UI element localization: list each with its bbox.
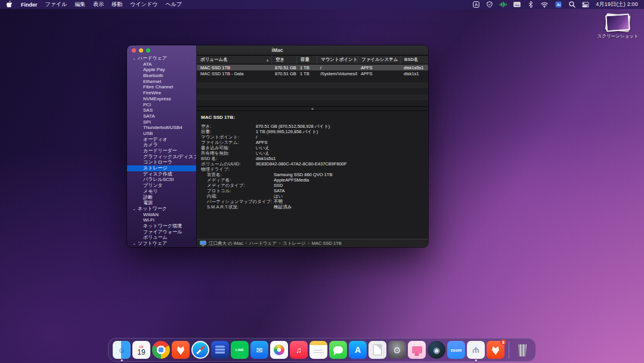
sidebar-item--[interactable]: ⌄ソフトウェア xyxy=(127,241,196,247)
breadcrumb-part-1[interactable]: ハードウェア xyxy=(249,241,277,247)
breadcrumb-part-2[interactable]: ストレージ xyxy=(283,241,305,247)
sidebar-item--[interactable]: メモリ xyxy=(127,189,196,195)
sidebar-item--[interactable]: ボリューム xyxy=(127,235,196,241)
volume-row-0[interactable]: MAC SSD 1TB870.51 GB1 TB/APFSdisk1s5s1 xyxy=(197,64,428,70)
sidebar-item-spi[interactable]: SPI xyxy=(127,119,196,125)
sidebar-item-thunderbolt-usb4[interactable]: Thunderbolt/USB4 xyxy=(127,125,196,131)
sidebar-item-sas[interactable]: SAS xyxy=(127,107,196,113)
column-header-5[interactable]: BSD名 xyxy=(400,56,428,64)
control-center-icon[interactable] xyxy=(582,1,589,8)
app-cleaner-dock-icon[interactable]: Ψ xyxy=(467,341,485,359)
sidebar-item--scsi[interactable]: パラレルSCSI xyxy=(127,177,196,183)
volume-row-1[interactable]: MAC SSD 1TB - Data870.51 GB1 TB/System/V… xyxy=(197,70,428,76)
photos-dock-icon[interactable] xyxy=(270,341,288,359)
menu-finder[interactable]: Finder xyxy=(21,2,38,8)
zoom-button[interactable] xyxy=(146,48,150,53)
sidebar-item--[interactable]: カードリーダー xyxy=(127,148,196,154)
sidebar-item--[interactable]: ファイアウォール xyxy=(127,229,196,235)
sidebar-item-pci[interactable]: PCI xyxy=(127,102,196,108)
cell: / xyxy=(317,65,357,70)
bluetooth-icon[interactable] xyxy=(527,1,534,8)
steam-dock-icon[interactable]: ◉ xyxy=(428,341,445,359)
column-header-3[interactable]: マウントポイント xyxy=(317,56,357,64)
detail-field: プロトコル:SATA xyxy=(201,188,428,193)
chevron-down-icon: ⌄ xyxy=(132,206,138,212)
calendar-dock-icon[interactable]: 4月19 xyxy=(132,341,150,359)
pane-splitter[interactable] xyxy=(197,106,428,111)
sidebar-item--[interactable]: プリンタ xyxy=(127,183,196,189)
line-dock-icon[interactable]: LINE xyxy=(231,341,249,359)
sidebar-item-ata[interactable]: ATA xyxy=(127,61,196,67)
brave-dock-icon[interactable] xyxy=(172,341,190,359)
column-header-1[interactable]: 空き xyxy=(271,56,296,64)
sidebar-item--[interactable]: グラフィックス/ディスプレイ xyxy=(127,154,196,160)
sidebar-item--[interactable]: オーディオ xyxy=(127,137,196,143)
screen-share-icon[interactable] xyxy=(513,1,521,8)
sidebar-item--[interactable]: ⌄ネットワーク xyxy=(127,206,196,212)
column-header-4[interactable]: ファイルシステム xyxy=(357,56,400,64)
finder-dock-icon[interactable]: ☺ xyxy=(113,341,131,359)
sidebar-item--[interactable]: 電源 xyxy=(127,200,196,206)
spotlight-icon[interactable] xyxy=(568,1,575,8)
menu-bar-clock[interactable]: 4月19日(土) 2:00 xyxy=(596,1,638,8)
sidebar-item-ethernet[interactable]: Ethernet xyxy=(127,79,196,85)
sidebar-item--[interactable]: コントローラ xyxy=(127,159,196,165)
menu-view[interactable]: 表示 xyxy=(93,1,104,8)
dock: ☺4月19LINE✉♫A⚙◉zoomΨ8 xyxy=(108,338,536,362)
sidebar-item--[interactable]: カメラ xyxy=(127,142,196,148)
close-button[interactable] xyxy=(132,48,136,53)
column-header-0[interactable]: ボリューム名∧ xyxy=(197,56,271,64)
sidebar-item-sata[interactable]: SATA xyxy=(127,113,196,119)
sidebar-item-wi-fi[interactable]: Wi-Fi xyxy=(127,217,196,223)
files-dock-icon[interactable] xyxy=(211,341,229,359)
menu-go[interactable]: 移動 xyxy=(112,1,122,8)
app-store-dock-icon[interactable]: A xyxy=(349,341,367,359)
title-bar[interactable]: iMac xyxy=(197,45,428,56)
waveform-icon[interactable] xyxy=(500,1,507,8)
sidebar-item--[interactable]: ストレージ xyxy=(127,165,196,171)
breadcrumb-part-3[interactable]: MAC SSD 1TB xyxy=(312,241,342,246)
safari-dock-icon[interactable] xyxy=(191,341,209,359)
chrome-dock-icon[interactable] xyxy=(152,341,170,359)
sidebar-item-apple-pay[interactable]: Apple Pay xyxy=(127,67,196,73)
blue-app-icon[interactable] xyxy=(555,1,562,8)
shield-icon[interactable] xyxy=(486,1,493,8)
breadcrumb-part-0[interactable]: 江口貴大 の iMac xyxy=(209,241,243,247)
input-source-icon[interactable]: A xyxy=(472,1,479,8)
column-header-2[interactable]: 容量 xyxy=(296,56,317,64)
sidebar-item-nvmexpress[interactable]: NVMExpress xyxy=(127,96,196,102)
sidebar-item-raw-[interactable]: RAW対応 xyxy=(127,247,196,247)
sidebar-item-fibre-channel[interactable]: Fibre Channel xyxy=(127,84,196,90)
zoom-dock-icon[interactable]: zoom xyxy=(447,341,465,359)
brave-beta-dock-icon[interactable]: 8 xyxy=(487,341,504,359)
documents-dock-icon[interactable] xyxy=(369,341,386,359)
cell: /System/Volumes/Data xyxy=(317,71,357,76)
breadcrumb[interactable]: 江口貴大 の iMac›ハードウェア›ストレージ›MAC SSD 1TB xyxy=(209,241,342,247)
sidebar-item--[interactable]: ネットワーク環境 xyxy=(127,223,196,229)
sidebar-item-firewire[interactable]: FireWire xyxy=(127,90,196,96)
sidebar-item--[interactable]: ⌄ハードウェア xyxy=(127,56,196,61)
display-app-dock-icon[interactable] xyxy=(408,341,426,359)
sidebar-item--[interactable]: 診断 xyxy=(127,195,196,201)
messages-dock-icon[interactable] xyxy=(329,341,347,359)
sidebar-item-bluetooth[interactable]: Bluetooth xyxy=(127,73,196,79)
apple-menu-icon[interactable] xyxy=(6,1,13,8)
menu-window[interactable]: ウインドウ xyxy=(130,1,157,8)
system-settings-dock-icon[interactable]: ⚙ xyxy=(388,341,406,359)
menu-file[interactable]: ファイル xyxy=(45,1,67,8)
desktop-screenshot-file[interactable]: スクリーンショット xyxy=(596,14,639,39)
sidebar-item--[interactable]: ディスク作成 xyxy=(127,171,196,177)
wifi-icon[interactable] xyxy=(541,1,548,8)
sidebar-item-usb[interactable]: USB xyxy=(127,131,196,137)
mail-dock-icon[interactable]: ✉ xyxy=(250,341,268,359)
detail-field: BSD 名:disk1s5s1 xyxy=(201,156,428,161)
notes-dock-icon[interactable] xyxy=(309,341,327,359)
minimize-button[interactable] xyxy=(139,48,143,53)
music-dock-icon[interactable]: ♫ xyxy=(290,341,308,359)
sidebar-item-wwan[interactable]: WWAN xyxy=(127,212,196,218)
menu-edit[interactable]: 編集 xyxy=(75,1,85,8)
menu-help[interactable]: ヘルプ xyxy=(165,1,182,8)
detail-title: MAC SSD 1TB: xyxy=(201,115,428,120)
detail-field: S.M.A.R.T.状況:検証済み xyxy=(201,204,428,210)
trash-dock-icon[interactable] xyxy=(513,341,531,359)
